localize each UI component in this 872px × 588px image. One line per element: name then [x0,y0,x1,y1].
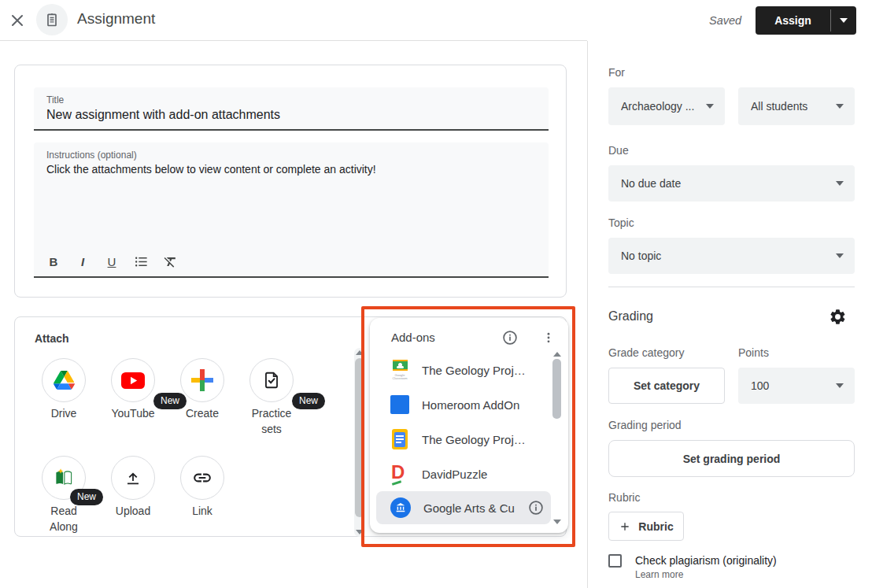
scroll-down-icon [356,530,364,534]
addon-item-arts-culture[interactable]: Google Arts & Cu [376,491,551,524]
rubric-label: Rubric [608,491,640,504]
add-rubric-button[interactable]: Rubric [608,512,684,541]
set-grading-period-button[interactable]: Set grading period [608,440,855,477]
chevron-down-icon [836,181,844,186]
title-field[interactable]: Title New assignment with add-on attachm… [34,87,549,131]
addon-item-geology-project-1[interactable]: Google Classroom The Geology Proj… [376,353,551,387]
instructions-field-value: Click the attachments below to view cont… [34,161,549,176]
sidebar-divider [587,41,588,588]
practice-sets-new-badge: New [292,393,325,409]
set-category-button[interactable]: Set category [608,368,725,404]
chevron-down-icon [836,383,844,388]
bold-button[interactable]: B [45,253,62,270]
grading-period-label: Grading period [608,419,682,431]
youtube-new-badge: New [153,393,187,409]
attach-upload-label: Upload [98,503,168,519]
clipboard-app-icon [390,429,409,449]
close-icon [8,11,27,30]
assignment-clipboard-icon [44,12,60,28]
add-rubric-button-label: Rubric [638,520,673,533]
attach-youtube-button[interactable] [111,358,155,402]
grading-heading: Grading [608,309,653,324]
addon-item-label: The Geology Proj… [422,364,551,377]
grade-category-label: Grade category [608,346,685,359]
google-create-plus-icon [191,369,213,391]
addon-info-button[interactable] [527,499,545,516]
formatting-toolbar: B I U [45,253,179,270]
assignment-details-card: Title New assignment with add-on attachm… [14,65,567,298]
plagiarism-label: Check plagiarism (originality) [635,554,777,567]
learn-more-link[interactable]: Learn more [635,569,683,580]
three-dot-menu-icon [541,331,556,345]
italic-button[interactable]: I [74,253,91,270]
addon-item-label: Homeroom AddOn [422,398,551,412]
due-date-value: No due date [621,177,836,190]
grading-settings-button[interactable] [829,308,848,327]
chevron-down-icon [706,104,714,109]
close-button[interactable] [8,11,27,30]
addon-item-homeroom[interactable]: Homeroom AddOn [376,387,551,422]
assignment-dialog: Assignment Saved Assign Title New assign… [0,0,872,588]
instructions-field-label: Instructions (optional) [34,142,549,161]
attach-scrollbar[interactable] [354,348,365,537]
scroll-down-icon[interactable] [553,520,561,524]
addons-heading: Add-ons [391,331,435,344]
read-along-icon [53,467,75,489]
attach-drive-button[interactable] [42,358,86,402]
youtube-icon [121,372,145,389]
gear-icon [829,308,848,326]
assign-button[interactable]: Assign [756,6,830,35]
points-select[interactable]: 100 [738,368,855,404]
chevron-down-icon [836,253,844,258]
addon-item-label: The Geology Proj… [422,433,551,446]
attach-link-label: Link [168,503,237,519]
addons-menu-button[interactable] [540,329,557,346]
title-field-value: New assignment with add-on attachments [34,105,549,122]
assign-dropdown-button[interactable] [831,6,856,35]
topic-select[interactable]: No topic [608,238,855,274]
plus-icon [619,520,631,533]
class-select[interactable]: Archaeology ... [608,87,725,125]
instructions-field[interactable]: Instructions (optional) Click the attach… [34,142,549,278]
for-label: For [608,66,625,79]
topic-select-value: No topic [621,250,836,262]
scroll-up-icon[interactable] [553,352,561,357]
due-date-select[interactable]: No due date [608,165,855,202]
addon-item-label: Google Arts & Cu [423,501,515,515]
attach-practice-sets-button[interactable] [249,358,294,402]
addon-item-davidpuzzle[interactable]: D DavidPuzzle [376,457,551,491]
attach-link-button[interactable] [180,456,224,500]
assign-split-button: Assign [756,6,856,35]
students-select[interactable]: All students [738,87,855,125]
attach-scrollbar-thumb[interactable] [355,358,364,517]
title-field-label: Title [34,87,549,105]
attach-read-along-label: Read Along [35,503,92,534]
assignment-type-badge [36,4,68,35]
info-icon [527,499,545,516]
addons-info-button[interactable] [501,329,519,346]
classroom-app-icon: Google Classroom [390,360,409,380]
chevron-down-icon [836,104,844,109]
attach-drive-label: Drive [29,405,98,421]
info-icon [501,329,519,346]
points-value: 100 [751,379,836,392]
points-label: Points [738,346,769,359]
addons-popup: Add-ons Google Classroom The Geology [370,318,568,533]
practice-sets-icon [261,370,282,390]
addons-scrollbar-thumb[interactable] [552,359,561,419]
attach-heading: Attach [35,332,69,345]
chevron-down-icon [840,18,848,23]
due-label: Due [608,144,629,157]
addon-item-geology-project-2[interactable]: The Geology Proj… [376,422,551,457]
underline-button[interactable]: U [103,253,120,270]
header-divider [0,40,587,41]
class-select-value: Archaeology ... [621,100,706,113]
clear-formatting-button[interactable] [161,253,179,270]
clear-formatting-icon [163,254,178,269]
scroll-up-icon [356,350,364,355]
attach-upload-button[interactable] [111,456,155,500]
google-drive-icon [54,371,75,390]
plagiarism-checkbox[interactable] [608,554,622,568]
attach-create-button[interactable] [180,358,224,402]
bulleted-list-button[interactable] [132,253,150,270]
